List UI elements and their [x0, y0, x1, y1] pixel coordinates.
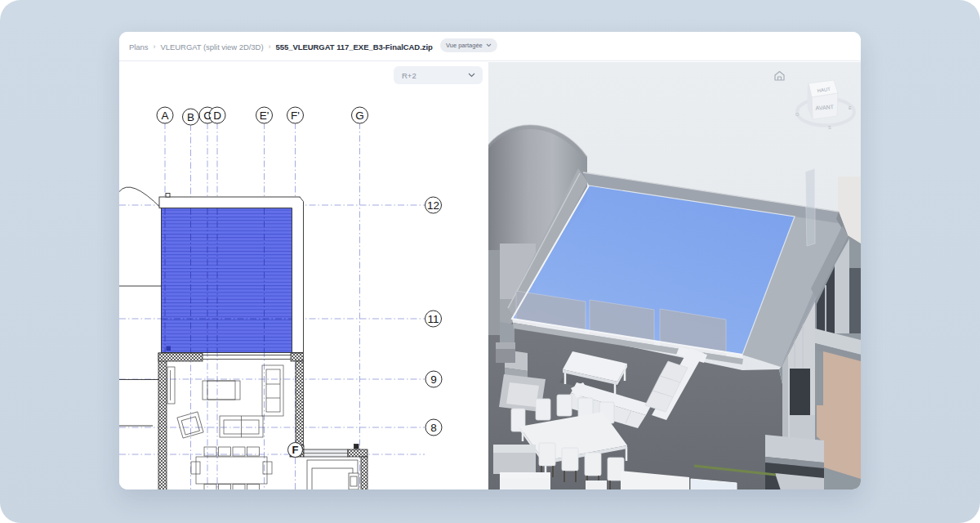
svg-text:8: 8	[430, 422, 437, 434]
svg-text:E': E'	[260, 110, 270, 122]
svg-text:9: 9	[430, 373, 437, 386]
svg-text:G: G	[355, 110, 364, 122]
svg-text:S: S	[828, 125, 831, 130]
svg-text:E: E	[849, 105, 852, 110]
svg-text:F: F	[292, 444, 299, 456]
svg-text:11: 11	[427, 313, 439, 325]
svg-text:12: 12	[427, 199, 439, 212]
svg-text:A: A	[161, 110, 168, 122]
svg-text:D: D	[213, 110, 221, 122]
svg-text:B: B	[187, 111, 194, 123]
svg-text:C: C	[203, 110, 212, 122]
svg-text:O: O	[795, 112, 800, 117]
svg-text:F': F'	[291, 110, 300, 122]
